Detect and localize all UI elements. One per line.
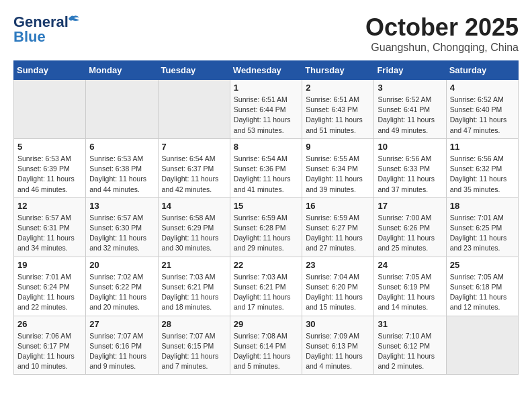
day-number: 30 (306, 319, 370, 329)
day-info: Sunrise: 7:02 AMSunset: 6:22 PMDaylight:… (89, 272, 154, 313)
day-number: 21 (162, 260, 226, 270)
day-info: Sunrise: 6:59 AMSunset: 6:28 PMDaylight:… (234, 213, 298, 254)
weekday-header-saturday: Saturday (446, 61, 518, 80)
day-number: 7 (162, 142, 226, 152)
calendar-cell: 25Sunrise: 7:05 AMSunset: 6:18 PMDayligh… (446, 257, 518, 316)
calendar-cell: 24Sunrise: 7:05 AMSunset: 6:19 PMDayligh… (374, 257, 446, 316)
day-number: 2 (306, 83, 370, 93)
weekday-header-friday: Friday (374, 61, 446, 80)
calendar-week-row: 5Sunrise: 6:53 AMSunset: 6:39 PMDaylight… (14, 138, 519, 197)
logo-general: General (13, 13, 69, 30)
day-number: 15 (234, 201, 298, 211)
day-info: Sunrise: 7:01 AMSunset: 6:25 PMDaylight:… (450, 213, 515, 254)
calendar-week-row: 1Sunrise: 6:51 AMSunset: 6:44 PMDaylight… (14, 80, 519, 139)
calendar-cell: 15Sunrise: 6:59 AMSunset: 6:28 PMDayligh… (230, 197, 302, 257)
day-number: 14 (162, 201, 226, 211)
day-number: 23 (306, 260, 370, 270)
day-info: Sunrise: 6:55 AMSunset: 6:34 PMDaylight:… (306, 154, 370, 195)
day-number: 24 (378, 260, 442, 270)
calendar-cell: 30Sunrise: 7:09 AMSunset: 6:13 PMDayligh… (302, 316, 374, 375)
location-title: Guangshun, Chongqing, China (365, 42, 519, 54)
calendar-cell: 18Sunrise: 7:01 AMSunset: 6:25 PMDayligh… (446, 197, 518, 257)
day-info: Sunrise: 7:01 AMSunset: 6:24 PMDaylight:… (17, 272, 82, 313)
day-number: 11 (450, 142, 515, 152)
calendar-week-row: 12Sunrise: 6:57 AMSunset: 6:31 PMDayligh… (14, 197, 519, 257)
day-info: Sunrise: 7:05 AMSunset: 6:19 PMDaylight:… (378, 272, 442, 313)
weekday-header-thursday: Thursday (302, 61, 374, 80)
calendar-week-row: 19Sunrise: 7:01 AMSunset: 6:24 PMDayligh… (14, 257, 519, 316)
calendar-cell: 26Sunrise: 7:06 AMSunset: 6:17 PMDayligh… (14, 316, 86, 375)
weekday-header-wednesday: Wednesday (230, 61, 302, 80)
day-number: 27 (89, 319, 154, 329)
day-number: 17 (378, 201, 442, 211)
day-info: Sunrise: 6:56 AMSunset: 6:32 PMDaylight:… (450, 154, 515, 195)
day-number: 1 (234, 83, 298, 93)
weekday-header-sunday: Sunday (14, 61, 86, 80)
calendar-cell: 13Sunrise: 6:57 AMSunset: 6:30 PMDayligh… (86, 197, 158, 257)
day-number: 13 (89, 201, 154, 211)
day-info: Sunrise: 7:03 AMSunset: 6:21 PMDaylight:… (162, 272, 226, 313)
day-info: Sunrise: 7:05 AMSunset: 6:18 PMDaylight:… (450, 272, 515, 313)
day-info: Sunrise: 6:52 AMSunset: 6:41 PMDaylight:… (378, 95, 442, 136)
day-number: 12 (17, 201, 82, 211)
calendar-cell: 20Sunrise: 7:02 AMSunset: 6:22 PMDayligh… (86, 257, 158, 316)
calendar-cell (14, 80, 86, 139)
day-info: Sunrise: 6:54 AMSunset: 6:37 PMDaylight:… (162, 154, 226, 195)
day-info: Sunrise: 7:06 AMSunset: 6:17 PMDaylight:… (17, 331, 82, 372)
day-info: Sunrise: 7:08 AMSunset: 6:14 PMDaylight:… (234, 331, 298, 372)
calendar-cell: 12Sunrise: 6:57 AMSunset: 6:31 PMDayligh… (14, 197, 86, 257)
day-info: Sunrise: 7:04 AMSunset: 6:20 PMDaylight:… (306, 272, 370, 313)
day-info: Sunrise: 6:53 AMSunset: 6:39 PMDaylight:… (17, 154, 82, 195)
day-number: 9 (306, 142, 370, 152)
day-number: 20 (89, 260, 154, 270)
calendar-cell: 27Sunrise: 7:07 AMSunset: 6:16 PMDayligh… (86, 316, 158, 375)
day-number: 8 (234, 142, 298, 152)
title-block: October 2025 Guangshun, Chongqing, China (365, 13, 519, 54)
calendar-cell: 6Sunrise: 6:53 AMSunset: 6:38 PMDaylight… (86, 138, 158, 197)
day-number: 4 (450, 83, 515, 93)
day-info: Sunrise: 6:52 AMSunset: 6:40 PMDaylight:… (450, 95, 515, 136)
weekday-header-monday: Monday (86, 61, 158, 80)
calendar-cell: 11Sunrise: 6:56 AMSunset: 6:32 PMDayligh… (446, 138, 518, 197)
logo: General Blue (13, 13, 69, 46)
day-number: 6 (89, 142, 154, 152)
calendar-cell: 28Sunrise: 7:07 AMSunset: 6:15 PMDayligh… (158, 316, 230, 375)
day-number: 10 (378, 142, 442, 152)
calendar-cell: 23Sunrise: 7:04 AMSunset: 6:20 PMDayligh… (302, 257, 374, 316)
day-info: Sunrise: 6:59 AMSunset: 6:27 PMDaylight:… (306, 213, 370, 254)
calendar-table: SundayMondayTuesdayWednesdayThursdayFrid… (13, 60, 519, 375)
calendar-cell: 2Sunrise: 6:51 AMSunset: 6:43 PMDaylight… (302, 80, 374, 139)
calendar-cell: 4Sunrise: 6:52 AMSunset: 6:40 PMDaylight… (446, 80, 518, 139)
day-info: Sunrise: 6:56 AMSunset: 6:33 PMDaylight:… (378, 154, 442, 195)
day-number: 25 (450, 260, 515, 270)
calendar-cell: 1Sunrise: 6:51 AMSunset: 6:44 PMDaylight… (230, 80, 302, 139)
logo-bird-icon (67, 12, 81, 26)
calendar-cell (158, 80, 230, 139)
calendar-cell: 7Sunrise: 6:54 AMSunset: 6:37 PMDaylight… (158, 138, 230, 197)
day-info: Sunrise: 6:57 AMSunset: 6:31 PMDaylight:… (17, 213, 82, 254)
calendar-cell: 19Sunrise: 7:01 AMSunset: 6:24 PMDayligh… (14, 257, 86, 316)
day-info: Sunrise: 7:03 AMSunset: 6:21 PMDaylight:… (234, 272, 298, 313)
month-title: October 2025 (365, 13, 519, 42)
calendar-cell: 17Sunrise: 7:00 AMSunset: 6:26 PMDayligh… (374, 197, 446, 257)
day-number: 28 (162, 319, 226, 329)
day-number: 29 (234, 319, 298, 329)
day-info: Sunrise: 7:09 AMSunset: 6:13 PMDaylight:… (306, 331, 370, 372)
day-info: Sunrise: 7:07 AMSunset: 6:16 PMDaylight:… (89, 331, 154, 372)
calendar-cell: 10Sunrise: 6:56 AMSunset: 6:33 PMDayligh… (374, 138, 446, 197)
day-info: Sunrise: 6:58 AMSunset: 6:29 PMDaylight:… (162, 213, 226, 254)
calendar-cell: 14Sunrise: 6:58 AMSunset: 6:29 PMDayligh… (158, 197, 230, 257)
weekday-header-tuesday: Tuesday (158, 61, 230, 80)
day-info: Sunrise: 7:00 AMSunset: 6:26 PMDaylight:… (378, 213, 442, 254)
calendar-cell: 16Sunrise: 6:59 AMSunset: 6:27 PMDayligh… (302, 197, 374, 257)
day-info: Sunrise: 6:53 AMSunset: 6:38 PMDaylight:… (89, 154, 154, 195)
page-header: General Blue October 2025 Guangshun, Cho… (13, 13, 519, 54)
day-info: Sunrise: 6:54 AMSunset: 6:36 PMDaylight:… (234, 154, 298, 195)
day-number: 26 (17, 319, 82, 329)
calendar-cell: 22Sunrise: 7:03 AMSunset: 6:21 PMDayligh… (230, 257, 302, 316)
calendar-cell: 31Sunrise: 7:10 AMSunset: 6:12 PMDayligh… (374, 316, 446, 375)
day-number: 16 (306, 201, 370, 211)
calendar-cell: 29Sunrise: 7:08 AMSunset: 6:14 PMDayligh… (230, 316, 302, 375)
calendar-cell (86, 80, 158, 139)
weekday-header-row: SundayMondayTuesdayWednesdayThursdayFrid… (14, 61, 519, 80)
